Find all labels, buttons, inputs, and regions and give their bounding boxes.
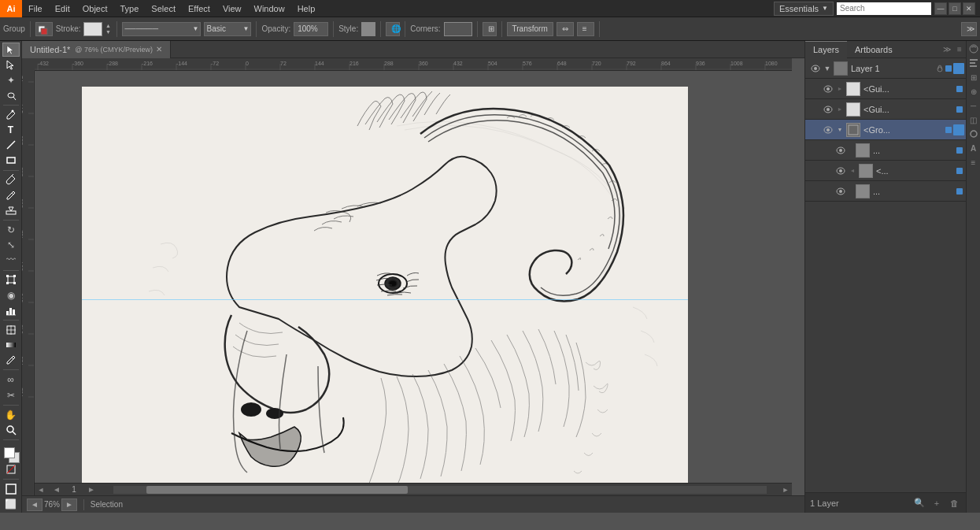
screen-mode-btn[interactable]: ⬜ xyxy=(2,497,20,511)
zoom-tool[interactable] xyxy=(2,423,20,437)
search-layers-btn[interactable]: 🔍 xyxy=(912,496,926,510)
layer-visibility-toggle[interactable] xyxy=(821,82,835,96)
transform-prop-btn[interactable]: ⊞ xyxy=(967,71,980,83)
stroke-color-swatch[interactable] xyxy=(83,22,102,36)
layer-lock-btn[interactable] xyxy=(945,83,956,95)
layer-options-btn[interactable] xyxy=(953,63,964,74)
layer-row[interactable]: ◄ <... xyxy=(805,161,966,181)
panel-toggle-btn[interactable]: ≫ xyxy=(961,22,977,36)
scroll-page-prev[interactable]: ◄ xyxy=(50,484,63,496)
line-tool[interactable] xyxy=(2,138,20,152)
pencil-tool[interactable] xyxy=(2,188,20,202)
layers-prop-btn[interactable]: ≡ xyxy=(967,156,980,169)
draw-mode-btn[interactable] xyxy=(2,482,20,496)
make-sublayer-btn[interactable]: + xyxy=(930,496,944,510)
minimize-button[interactable]: — xyxy=(934,2,947,15)
grid-btn[interactable]: ⊞ xyxy=(483,22,497,36)
free-transform-tool[interactable] xyxy=(2,272,20,287)
layer-expand-toggle[interactable] xyxy=(848,187,854,196)
delete-layer-btn[interactable]: 🗑 xyxy=(947,496,961,510)
menu-select[interactable]: Select xyxy=(145,2,182,15)
layer-expand-toggle[interactable]: ▼ xyxy=(835,125,845,135)
layer-row[interactable]: ▼ <Gro... xyxy=(805,120,966,140)
layer-visibility-toggle[interactable] xyxy=(821,102,835,117)
panel-menu-btn[interactable]: ≡ xyxy=(953,43,966,56)
layer-lock-btn[interactable] xyxy=(934,63,945,74)
document-tab[interactable]: Untitled-1* @ 76% (CMYK/Preview) ✕ xyxy=(22,41,171,58)
layer-expand-toggle[interactable]: ► xyxy=(835,105,845,114)
tab-close-button[interactable]: ✕ xyxy=(156,45,162,54)
paintbrush-tool[interactable] xyxy=(2,172,20,187)
menu-type[interactable]: Type xyxy=(114,2,146,15)
menu-help[interactable]: Help xyxy=(291,2,322,15)
appearance-btn[interactable] xyxy=(967,128,980,140)
transform-btn[interactable]: Transform xyxy=(507,22,553,36)
stroke-style-dropdown[interactable]: Basic ▼ xyxy=(204,22,251,36)
foreground-color-swatch[interactable] xyxy=(4,447,15,458)
layer-visibility-toggle[interactable] xyxy=(834,184,848,198)
scale-tool[interactable]: ⤡ xyxy=(2,238,20,252)
zoom-increase-btn[interactable]: ► xyxy=(61,498,77,511)
color-guide-btn[interactable] xyxy=(967,43,980,55)
mesh-tool[interactable] xyxy=(2,323,20,337)
corners-swatch[interactable] xyxy=(444,22,472,36)
layer-lock-btn[interactable] xyxy=(945,104,956,115)
style-swatch[interactable] xyxy=(361,22,375,36)
search-input[interactable] xyxy=(837,2,931,15)
selection-tool[interactable] xyxy=(2,43,20,57)
layer-visibility-toggle[interactable] xyxy=(821,123,835,137)
stroke-up-arrow[interactable]: ▲ xyxy=(104,23,112,29)
layer-row[interactable]: ... xyxy=(805,140,966,161)
maximize-button[interactable]: □ xyxy=(949,2,961,15)
panel-collapse-btn[interactable]: ≫ xyxy=(941,43,953,56)
artboards-tab[interactable]: Artboards xyxy=(847,41,900,58)
zoom-decrease-btn[interactable]: ◄ xyxy=(27,498,43,511)
hand-tool[interactable]: ✋ xyxy=(2,408,20,422)
close-button[interactable]: ✕ xyxy=(963,2,975,15)
gradient-tool[interactable] xyxy=(2,338,20,352)
stroke-down-arrow[interactable]: ▼ xyxy=(104,29,112,35)
layer-expand-toggle[interactable] xyxy=(848,146,854,155)
align-btn[interactable] xyxy=(967,57,980,69)
pen-tool[interactable] xyxy=(2,108,20,122)
hscroll-right-btn[interactable]: ► xyxy=(779,484,792,496)
gradient-prop-btn[interactable]: ◫ xyxy=(967,113,980,126)
layer-row[interactable]: ► <Gui... xyxy=(805,99,966,120)
color-swatch[interactable] xyxy=(2,446,20,460)
warp-tool[interactable]: 〰 xyxy=(2,253,20,267)
column-graph-tool[interactable] xyxy=(2,303,20,317)
menu-effect[interactable]: Effect xyxy=(182,2,216,15)
layer-expand-toggle[interactable]: ▼ xyxy=(823,64,832,73)
layer-row[interactable]: ... xyxy=(805,181,966,202)
layer-row[interactable]: ▼ Layer 1 xyxy=(805,58,966,79)
lasso-tool[interactable] xyxy=(2,88,20,102)
blend-tool[interactable]: ∞ xyxy=(2,372,20,387)
character-btn[interactable]: A xyxy=(967,142,980,154)
stroke-prop-btn[interactable]: ─ xyxy=(967,99,980,112)
rotate-tool[interactable]: ↻ xyxy=(2,223,20,237)
symbol-sprayer-tool[interactable]: ◉ xyxy=(2,288,20,302)
menu-object[interactable]: Object xyxy=(76,2,114,15)
layer-visibility-toggle[interactable] xyxy=(834,164,848,178)
layer-visibility-toggle[interactable] xyxy=(834,143,848,158)
menu-window[interactable]: Window xyxy=(248,2,291,15)
scissors-tool[interactable]: ✂ xyxy=(2,387,20,402)
scroll-page-next[interactable]: ► xyxy=(85,484,98,496)
hscroll-left-btn[interactable]: ◄ xyxy=(35,484,47,496)
stroke-selector[interactable] xyxy=(35,22,53,36)
type-tool[interactable]: T xyxy=(2,123,20,137)
layer-lock-btn[interactable] xyxy=(934,124,945,135)
menu-file[interactable]: File xyxy=(22,2,49,15)
layer-row[interactable]: ► <Gui... xyxy=(805,79,966,99)
global-color-btn[interactable]: 🌐 xyxy=(386,22,400,36)
layers-tab[interactable]: Layers xyxy=(805,41,847,58)
hscroll-track[interactable] xyxy=(113,486,767,494)
rect-tool[interactable] xyxy=(2,153,20,167)
direct-selection-tool[interactable] xyxy=(2,57,20,72)
stroke-profile-dropdown[interactable]: ────── ▼ xyxy=(122,22,201,36)
layer-visibility-toggle[interactable] xyxy=(808,61,823,76)
hscroll-thumb[interactable] xyxy=(146,486,408,494)
align-btn[interactable]: ≡ xyxy=(577,22,594,36)
magic-wand-tool[interactable]: ✦ xyxy=(2,72,20,87)
layer-expand-toggle[interactable]: ► xyxy=(835,84,845,94)
